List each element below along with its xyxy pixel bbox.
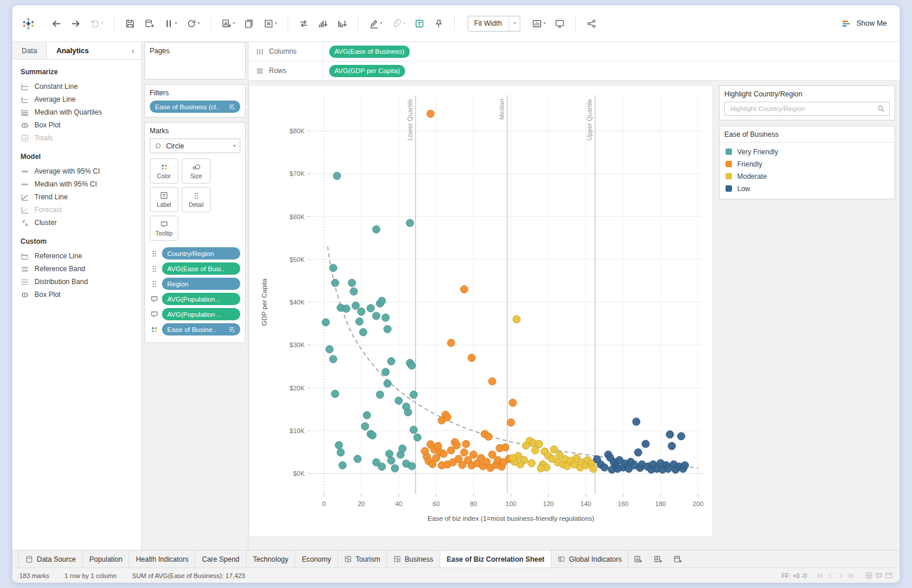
mark-circle-low[interactable] xyxy=(601,464,609,471)
first-page-icon[interactable] xyxy=(816,572,823,579)
mark-circle-very-friendly[interactable] xyxy=(382,314,389,321)
mark-circle-low[interactable] xyxy=(593,455,601,463)
mark-circle-low[interactable] xyxy=(681,462,689,469)
analytics-item-trend-line[interactable]: Trend Line xyxy=(12,191,141,203)
mark-circle-very-friendly[interactable] xyxy=(382,368,389,376)
mark-circle-very-friendly[interactable] xyxy=(406,219,414,227)
mark-circle-very-friendly[interactable] xyxy=(388,457,395,465)
visualization-pane[interactable]: 020406080100120140160180200$0K$10K$20K$3… xyxy=(248,85,713,537)
mark-circle-friendly[interactable] xyxy=(509,399,517,407)
analytics-item-median-with-quartiles[interactable]: Median with Quartiles xyxy=(12,106,141,119)
tableau-logo-icon[interactable] xyxy=(22,17,35,30)
share-button[interactable] xyxy=(584,16,599,32)
mark-circle-very-friendly[interactable] xyxy=(405,409,412,416)
analytics-item-forecast[interactable]: Forecast xyxy=(12,203,141,216)
sheet-sorter-icon[interactable] xyxy=(865,572,873,579)
pill-country-region[interactable]: Country/Region xyxy=(162,247,240,260)
tab-analytics[interactable]: Analytics xyxy=(47,42,98,59)
mark-circle-very-friendly[interactable] xyxy=(386,450,393,458)
mark-circle-very-friendly[interactable] xyxy=(395,397,403,404)
mark-circle-very-friendly[interactable] xyxy=(414,434,422,441)
mark-circle-low[interactable] xyxy=(633,418,640,426)
mark-circle-moderate[interactable] xyxy=(509,454,517,462)
mark-circle-very-friendly[interactable] xyxy=(331,279,339,287)
pill-avg-population[interactable]: AVG(Population .. xyxy=(162,308,240,320)
filters-shelf[interactable]: Filters Ease of Business (cl.. xyxy=(144,84,246,117)
mark-circle-moderate[interactable] xyxy=(537,465,545,472)
mark-circle-very-friendly[interactable] xyxy=(376,391,384,399)
mark-circle-friendly[interactable] xyxy=(440,450,447,458)
highlight-search-box[interactable] xyxy=(724,102,890,116)
mark-circle-very-friendly[interactable] xyxy=(369,431,376,439)
mark-circle-moderate[interactable] xyxy=(528,459,536,467)
new-story-tab-button[interactable] xyxy=(668,551,688,568)
mark-circle-very-friendly[interactable] xyxy=(363,411,371,419)
mark-circle-friendly[interactable] xyxy=(485,433,492,441)
mark-circle-friendly[interactable] xyxy=(470,451,478,458)
trend-curve[interactable] xyxy=(327,247,698,468)
mark-circle-very-friendly[interactable] xyxy=(335,441,343,449)
mark-circle-very-friendly[interactable] xyxy=(331,390,339,397)
mark-circle-moderate[interactable] xyxy=(589,465,597,472)
pages-shelf[interactable]: Pages xyxy=(144,42,246,79)
fix-axes-button[interactable] xyxy=(431,16,446,32)
columns-shelf[interactable]: Columns AVG(Ease of Business) xyxy=(248,42,900,61)
analytics-item-average-with-95-ci[interactable]: Average with 95% CI xyxy=(12,165,141,178)
mark-circle-friendly[interactable] xyxy=(421,447,429,455)
mark-circle-very-friendly[interactable] xyxy=(408,362,416,369)
mark-circle-low[interactable] xyxy=(642,440,650,448)
mark-circle-very-friendly[interactable] xyxy=(337,449,344,456)
mark-circle-moderate[interactable] xyxy=(522,442,530,449)
analytics-item-average-line[interactable]: Average Line xyxy=(12,93,141,106)
sheet-tab-global-indicators[interactable]: Global Indicators xyxy=(551,551,628,568)
mark-circle-friendly[interactable] xyxy=(462,440,470,448)
analytics-item-reference-band[interactable]: Reference Band xyxy=(12,262,141,275)
last-page-icon[interactable] xyxy=(848,572,855,579)
color-button[interactable]: Color xyxy=(150,158,178,184)
swap-axes-button[interactable] xyxy=(296,16,311,32)
mark-circle-low[interactable] xyxy=(634,449,642,456)
mark-circle-very-friendly[interactable] xyxy=(355,318,363,326)
mark-circle-very-friendly[interactable] xyxy=(367,305,375,312)
legend-item-very-friendly[interactable]: Very Friendly xyxy=(724,146,890,158)
sheet-tab-data-source[interactable]: Data Source xyxy=(18,551,83,568)
mark-circle-friendly[interactable] xyxy=(461,286,468,293)
mark-circle-friendly[interactable] xyxy=(438,417,445,424)
mark-circle-very-friendly[interactable] xyxy=(372,226,380,233)
mark-circle-very-friendly[interactable] xyxy=(330,355,337,363)
mark-circle-very-friendly[interactable] xyxy=(322,319,330,326)
legend-item-friendly[interactable]: Friendly xyxy=(724,158,890,170)
sheet-tab-care-spend[interactable]: Care Spend xyxy=(195,551,246,568)
analytics-item-totals[interactable]: Totals xyxy=(12,132,141,144)
mark-circle-friendly[interactable] xyxy=(461,449,468,456)
presentation-mode-button[interactable] xyxy=(552,16,567,32)
mark-circle-very-friendly[interactable] xyxy=(391,465,399,472)
mark-circle-very-friendly[interactable] xyxy=(384,326,391,333)
mark-circle-very-friendly[interactable] xyxy=(326,345,333,353)
mark-circle-very-friendly[interactable] xyxy=(358,308,365,316)
mark-circle-very-friendly[interactable] xyxy=(384,380,391,388)
mark-circle-low[interactable] xyxy=(614,465,621,472)
analytics-item-box-plot[interactable]: Box Plot xyxy=(12,119,141,132)
label-button[interactable]: Label xyxy=(150,187,178,212)
text-label-button[interactable] xyxy=(412,16,427,32)
sort-ascending-button[interactable] xyxy=(316,16,330,32)
pill-avg-population[interactable]: AVG(Population .. xyxy=(162,293,240,305)
fit-width-select[interactable]: Fit Width▾ xyxy=(468,16,520,32)
mark-circle-very-friendly[interactable] xyxy=(350,288,358,295)
sheet-tab-business[interactable]: Business xyxy=(387,551,440,568)
new-worksheet-tab-button[interactable] xyxy=(628,551,648,568)
pause-updates-button[interactable]: ▾ xyxy=(161,16,179,32)
mark-circle-friendly[interactable] xyxy=(489,451,496,458)
mark-circle-friendly[interactable] xyxy=(433,454,440,462)
mark-circle-very-friendly[interactable] xyxy=(410,391,417,399)
highlight-button[interactable]: ▾ xyxy=(367,16,385,32)
analytics-item-box-plot[interactable]: Box Plot xyxy=(12,288,141,301)
mark-circle-low[interactable] xyxy=(678,433,685,440)
mark-circle-moderate[interactable] xyxy=(536,440,543,448)
legend-item-moderate[interactable]: Moderate xyxy=(724,170,890,182)
mark-circle-very-friendly[interactable] xyxy=(333,172,341,179)
analytics-item-cluster[interactable]: Cluster xyxy=(12,216,141,229)
mark-circle-friendly[interactable] xyxy=(427,110,434,117)
scatter-chart[interactable]: 020406080100120140160180200$0K$10K$20K$3… xyxy=(249,86,712,536)
